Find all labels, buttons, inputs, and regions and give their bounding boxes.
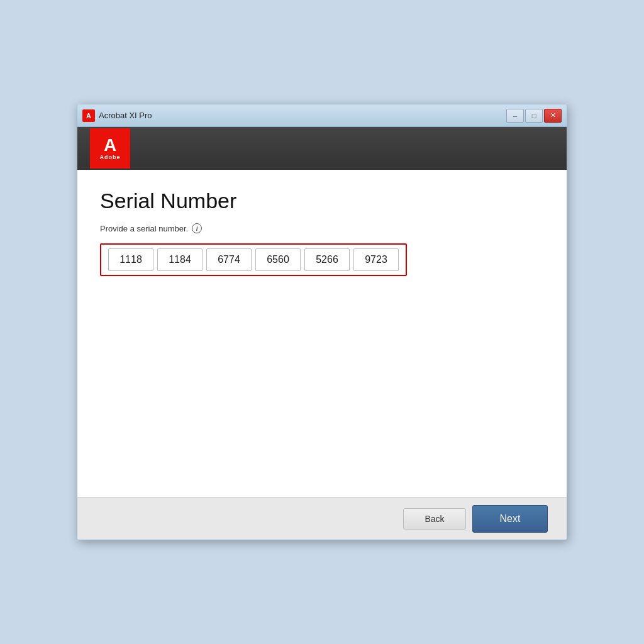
title-bar: A Acrobat XI Pro – □ ✕ [77, 104, 567, 127]
adobe-logo: A Adobe [90, 128, 130, 169]
adobe-logo-letter: A [104, 136, 116, 154]
window-title: Acrobat XI Pro [99, 111, 152, 120]
info-icon[interactable]: i [192, 223, 202, 233]
serial-field-1[interactable] [108, 248, 153, 271]
title-bar-adobe-icon: A [82, 109, 95, 122]
footer-bar: Back Next [77, 497, 567, 540]
minimize-button[interactable]: – [506, 109, 524, 123]
serial-field-4[interactable] [255, 248, 301, 271]
serial-field-2[interactable] [157, 248, 203, 271]
serial-field-6[interactable] [353, 248, 399, 271]
page-title: Serial Number [100, 189, 544, 213]
next-button[interactable]: Next [472, 505, 548, 533]
content-area: Serial Number Provide a serial number. i [77, 170, 567, 497]
serial-field-5[interactable] [304, 248, 350, 271]
back-button[interactable]: Back [403, 508, 466, 530]
serial-input-group [100, 243, 407, 276]
subtitle-label: Provide a serial number. [100, 224, 188, 233]
header-bar: A Adobe [77, 127, 567, 170]
title-bar-left: A Acrobat XI Pro [82, 109, 506, 122]
close-button[interactable]: ✕ [544, 109, 562, 123]
subtitle-row: Provide a serial number. i [100, 223, 544, 233]
window-controls: – □ ✕ [506, 109, 562, 123]
serial-field-3[interactable] [206, 248, 252, 271]
app-window: A Acrobat XI Pro – □ ✕ A Adobe Serial Nu… [77, 104, 567, 540]
adobe-logo-text: Adobe [100, 154, 121, 160]
maximize-button[interactable]: □ [525, 109, 543, 123]
